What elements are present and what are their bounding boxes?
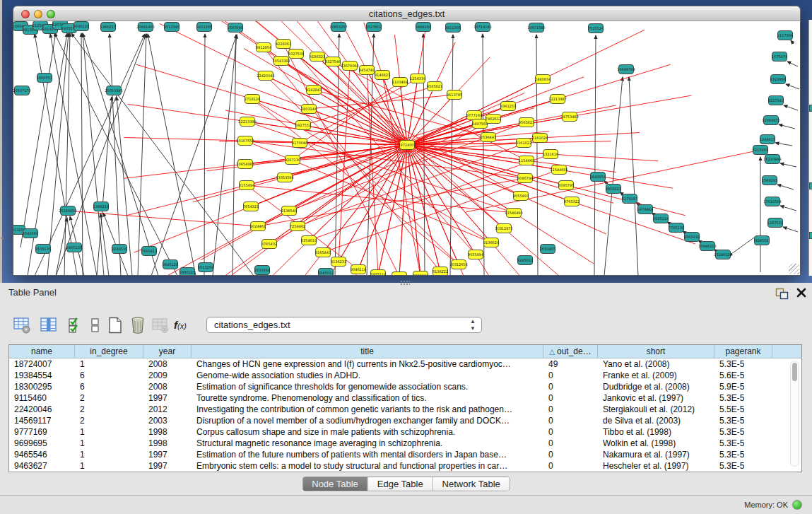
new-table-icon[interactable]	[106, 316, 124, 334]
graph-node[interactable]: 2935114	[653, 214, 669, 223]
scrollbar-thumb[interactable]	[792, 363, 797, 381]
graph-node[interactable]: 8645120	[163, 260, 178, 269]
close-window-button[interactable]	[21, 10, 30, 18]
graph-node[interactable]: 10543382	[272, 57, 290, 66]
graph-node[interactable]: 9242843	[306, 86, 322, 95]
network-window[interactable]: citations_edges.txt 10604538913054212540…	[13, 6, 801, 276]
graph-node[interactable]: 9046120	[73, 22, 89, 31]
panel-collapse-arrow-icon[interactable]: ◂	[0, 233, 6, 242]
graph-node[interactable]: 1103464	[392, 78, 408, 87]
network-canvas[interactable]: 1060453891305421254069313254125760424055…	[13, 21, 801, 276]
graph-node[interactable]: 9024461	[250, 222, 266, 231]
graph-node[interactable]: 20691406	[136, 23, 154, 32]
graph-node[interactable]: 1244415	[760, 135, 775, 144]
graph-node[interactable]: 9565132	[684, 233, 700, 242]
graph-node[interactable]: 10946213	[698, 242, 716, 251]
table-row[interactable]: 969969511998Structural magnetic resonanc…	[9, 438, 801, 449]
graph-node[interactable]: 9165447	[315, 248, 331, 257]
graph-node[interactable]: 1060753	[37, 74, 52, 83]
graph-node[interactable]: 19753483	[560, 112, 578, 122]
graph-node[interactable]: 2480834	[535, 75, 551, 84]
graph-node[interactable]: 10107554	[236, 136, 254, 146]
graph-node[interactable]: 10671585	[527, 23, 545, 33]
column-header-out_de[interactable]: △out_de…	[543, 345, 598, 358]
graph-node[interactable]: 1321616	[543, 150, 558, 159]
graph-node[interactable]: 10312654	[449, 260, 467, 269]
graph-node[interactable]: 8095795	[558, 181, 574, 190]
graph-node[interactable]: 7462612	[486, 115, 501, 124]
graph-node[interactable]: 3411305	[445, 23, 461, 33]
table-row[interactable]: 1456911722003Disruption of a novel membe…	[9, 415, 801, 426]
graph-node[interactable]: 9227343	[768, 96, 784, 105]
graph-node[interactable]: 3170046	[292, 139, 307, 148]
graph-node[interactable]: 13248120	[714, 250, 731, 259]
graph-node[interactable]: 924502	[755, 236, 770, 245]
graph-node[interactable]: 9046114	[351, 265, 366, 274]
graph-node[interactable]: 9356120	[180, 268, 195, 276]
graph-node[interactable]: 10312875	[495, 224, 512, 233]
graph-node[interactable]: 2033464	[254, 266, 270, 275]
graph-node[interactable]: 9474444	[637, 205, 653, 214]
graph-node[interactable]: 1569291	[762, 176, 777, 185]
table-row[interactable]: 1872400712008Changes of HCN gene express…	[9, 358, 801, 370]
float-window-icon[interactable]	[775, 288, 789, 300]
close-icon[interactable]	[796, 287, 807, 298]
graph-node[interactable]: 9267130	[285, 156, 300, 165]
table-row[interactable]: 1830029562008Estimation of significance …	[9, 381, 801, 392]
graph-node[interactable]: 9777169	[466, 111, 482, 120]
graph-node[interactable]: 12093832	[762, 116, 779, 125]
graph-node[interactable]: 25160650	[59, 206, 76, 216]
graph-node[interactable]: 11546490	[505, 209, 522, 218]
graph-node[interactable]: 8186323	[310, 52, 325, 62]
graph-node[interactable]: 9055493	[513, 192, 529, 201]
graph-node[interactable]: 10365425	[390, 272, 408, 276]
graph-node[interactable]: 7865413	[141, 247, 157, 256]
graph-node[interactable]: 1154469	[519, 156, 534, 165]
graph-node[interactable]: 9505135	[35, 245, 51, 254]
delete-table-icon[interactable]	[129, 316, 147, 334]
graph-node[interactable]: 7515526	[588, 24, 604, 33]
column-header-in_degree[interactable]: in_degree	[75, 345, 143, 358]
graph-node[interactable]: 9765322	[564, 197, 579, 206]
graph-node[interactable]: 7654321	[243, 202, 259, 211]
graph-node[interactable]: 9136549	[281, 206, 297, 216]
graph-node[interactable]: 9329966	[770, 75, 786, 84]
graph-node[interactable]: 9327546	[325, 57, 341, 66]
graph-node[interactable]: 3161024	[532, 134, 548, 143]
graph-node[interactable]: 9055494	[468, 250, 483, 259]
graph-node[interactable]: 2541060	[23, 229, 38, 238]
column-header-name[interactable]: name	[9, 345, 75, 358]
column-header-title[interactable]: title	[192, 345, 543, 358]
graph-node[interactable]: 9361253	[500, 102, 516, 111]
graph-node[interactable]: 4226063	[276, 40, 291, 49]
graph-node[interactable]: 8912954	[256, 43, 271, 52]
resize-grip[interactable]	[789, 264, 799, 274]
graph-node[interactable]: 23676068	[341, 62, 358, 71]
graph-node[interactable]: 16210643	[763, 155, 781, 164]
row-height-icon[interactable]	[86, 316, 105, 334]
window-titlebar[interactable]: citations_edges.txt	[13, 6, 801, 21]
tab-node-table[interactable]: Node Table	[302, 477, 368, 491]
graph-node[interactable]: 1254339	[410, 74, 425, 83]
column-header-year[interactable]: year	[143, 345, 192, 358]
graph-node[interactable]: 9155494	[239, 181, 254, 190]
graph-node[interactable]: 9565823	[519, 118, 534, 127]
graph-node[interactable]: 10653257	[329, 23, 347, 32]
graph-node[interactable]: 2925114	[370, 270, 386, 276]
table-row[interactable]: 2242004622012Investigating the contribut…	[9, 404, 801, 415]
graph-node[interactable]: 1366218	[93, 202, 109, 211]
graph-node[interactable]: 18724007	[398, 141, 416, 150]
minimize-window-button[interactable]	[34, 10, 42, 18]
graph-node[interactable]: 9613785	[447, 90, 462, 100]
table-row[interactable]: 1938455462009Genome-wide association stu…	[9, 370, 801, 381]
splitter-handle[interactable]	[400, 280, 410, 285]
graph-node[interactable]: 10719195	[473, 23, 491, 32]
graph-node[interactable]: 2033465	[540, 245, 555, 254]
table-row[interactable]: 977716911998Corpus callosum shape and si…	[9, 426, 801, 438]
graph-node[interactable]: 17016504	[763, 197, 781, 206]
graph-node[interactable]: 20537170	[13, 86, 31, 95]
graph-node[interactable]: 7795130	[669, 223, 684, 233]
graph-node[interactable]: 5905135	[66, 243, 82, 252]
table-row[interactable]: 911546021997Tourette syndrome. Phenomeno…	[9, 392, 801, 404]
graph-node[interactable]: 8136222	[433, 267, 448, 276]
